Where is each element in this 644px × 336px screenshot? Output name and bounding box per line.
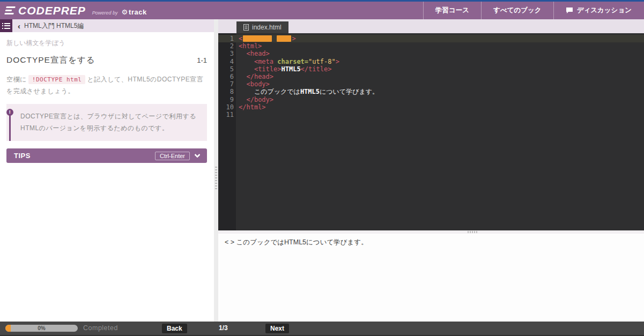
code-line-content: このブックではHTML5について学びます。 xyxy=(234,88,379,95)
code-line[interactable]: 1< > xyxy=(218,35,644,42)
nav-item-label: すべてのブック xyxy=(493,6,542,15)
info-note: ! DOCTYPE宣言とは、ブラウザに対してページで利用するHTMLのバージョン… xyxy=(6,104,207,141)
code-token: > xyxy=(336,58,339,65)
tips-label: TIPS xyxy=(14,152,31,160)
preview-text: < > このブックではHTML5について学びます。 xyxy=(225,238,368,246)
gear-icon: ⚙ xyxy=(121,8,128,16)
code-line-content: <meta charset="utf-8"> xyxy=(234,58,339,65)
back-chevron-icon: ‹ xyxy=(18,21,20,31)
info-icon: ! xyxy=(6,109,13,116)
title-row: DOCTYPE宣言をする 1-1 xyxy=(6,55,207,66)
workspace: index.html 1< >2<html>3 <head>4 <meta ch… xyxy=(218,19,644,322)
completed-label: Completed xyxy=(83,322,118,335)
code-line-content: </body> xyxy=(234,96,273,103)
vertical-splitter[interactable] xyxy=(214,19,218,322)
code-token xyxy=(239,96,246,103)
file-icon xyxy=(243,24,249,31)
editor-tab-bar: index.html xyxy=(218,19,644,33)
nav-item-label: ディスカッション xyxy=(577,6,632,15)
lesson-panel: ‹ HTML入門 HTML5編 新しい構文を学ぼう DOCTYPE宣言をする 1… xyxy=(0,19,214,322)
code-line[interactable]: 3 <head> xyxy=(218,50,644,57)
code-token xyxy=(272,35,276,42)
code-line-content: <title>HTML5</title> xyxy=(234,65,331,73)
back-button[interactable]: Back xyxy=(162,324,187,333)
code-token: </body> xyxy=(246,96,273,103)
splitter-handle[interactable] xyxy=(468,231,477,233)
code-token: について学びます。 xyxy=(320,88,379,95)
section-label: 新しい構文を学ぼう xyxy=(6,39,207,48)
code-line-content: < > xyxy=(234,35,296,42)
code-token xyxy=(239,73,246,80)
breadcrumb[interactable]: ‹ HTML入門 HTML5編 xyxy=(12,19,214,32)
code-line[interactable]: 5 <title>HTML5</title> xyxy=(218,65,644,73)
line-number: 5 xyxy=(218,65,234,73)
splitter-handle[interactable] xyxy=(215,167,217,190)
menu-button[interactable] xyxy=(0,19,12,32)
code-line[interactable]: 10</html> xyxy=(218,103,644,111)
code-line-content: <html> xyxy=(234,42,262,50)
line-number: 1 xyxy=(218,35,234,42)
nav-item-label: 学習コース xyxy=(435,6,469,15)
output-preview: < > このブックではHTML5について学びます。 xyxy=(218,234,644,322)
code-token: > xyxy=(292,35,295,42)
code-line[interactable]: 2<html> xyxy=(218,42,644,50)
code-line[interactable]: 7 <body> xyxy=(218,80,644,88)
code-line-content: <body> xyxy=(234,80,270,88)
nav-item-courses[interactable]: 学習コース xyxy=(423,2,481,19)
top-nav-menu: 学習コース すべてのブック ディスカッション xyxy=(423,2,644,19)
codeprep-logo-icon xyxy=(4,6,16,14)
code-token: HTML5 xyxy=(300,88,320,95)
code-token: </title> xyxy=(301,65,332,73)
line-number: 6 xyxy=(218,73,234,80)
code-token: </html> xyxy=(239,103,266,111)
code-blank-input[interactable] xyxy=(243,35,272,42)
logo-text: CODEPREP xyxy=(18,4,86,17)
tab-index-html[interactable]: index.html xyxy=(236,21,288,33)
code-line[interactable]: 8 このブックではHTML5について学びます。 xyxy=(218,88,644,95)
line-number: 4 xyxy=(218,58,234,65)
code-line[interactable]: 11 xyxy=(218,111,644,118)
page-title: DOCTYPE宣言をする xyxy=(6,55,95,66)
logo[interactable]: CODEPREP Powered by ⚙ track xyxy=(0,4,147,17)
code-line-content: <head> xyxy=(234,50,270,57)
line-number: 3 xyxy=(218,50,234,57)
code-editor[interactable]: 1< >2<html>3 <head>4 <meta charset="utf-… xyxy=(218,33,644,230)
lesson-number: 1-1 xyxy=(197,56,207,64)
track-brand: track xyxy=(129,8,147,16)
lesson-panel-header: ‹ HTML入門 HTML5編 xyxy=(0,19,214,32)
next-button[interactable]: Next xyxy=(265,324,289,333)
code-token: < xyxy=(239,35,242,42)
note-text: DOCTYPE宣言とは、ブラウザに対してページで利用するHTMLのバージョンを明… xyxy=(20,113,196,132)
lesson-content: 新しい構文を学ぼう DOCTYPE宣言をする 1-1 空欄に!DOCTYPE h… xyxy=(0,32,214,163)
code-token: このブックでは xyxy=(254,88,300,95)
nav-item-all-books[interactable]: すべてのブック xyxy=(481,2,553,19)
line-number: 11 xyxy=(218,111,234,118)
note-accent-line xyxy=(9,115,11,141)
page-indicator: 1/3 xyxy=(219,322,228,335)
code-line[interactable]: 6 </head> xyxy=(218,73,644,80)
code-line[interactable]: 9 </body> xyxy=(218,96,644,103)
code-line-content xyxy=(234,111,239,118)
code-token: <html> xyxy=(239,42,262,50)
code-token xyxy=(239,88,254,95)
code-token: "utf-8" xyxy=(308,58,336,65)
list-icon xyxy=(2,28,10,29)
horizontal-splitter[interactable] xyxy=(218,230,644,234)
instruction-before: 空欄に xyxy=(6,76,27,83)
code-line[interactable]: 4 <meta charset="utf-8"> xyxy=(218,58,644,65)
tips-accordion[interactable]: TIPS Ctrl-Enter xyxy=(6,148,207,163)
code-token: <meta xyxy=(254,58,277,65)
code-token: </head> xyxy=(246,73,273,80)
code-line-content: </head> xyxy=(234,73,273,80)
speech-bubble-icon xyxy=(566,7,573,14)
code-token: HTML5 xyxy=(281,65,300,73)
code-token: charset= xyxy=(277,58,308,65)
nav-item-discussion[interactable]: ディスカッション xyxy=(553,2,644,19)
chevron-down-icon xyxy=(194,152,200,158)
list-icon xyxy=(2,25,10,26)
code-blank-input[interactable] xyxy=(277,35,291,42)
list-icon xyxy=(2,23,10,24)
line-number: 9 xyxy=(218,96,234,103)
code-token xyxy=(239,50,246,57)
code-token xyxy=(239,65,254,73)
